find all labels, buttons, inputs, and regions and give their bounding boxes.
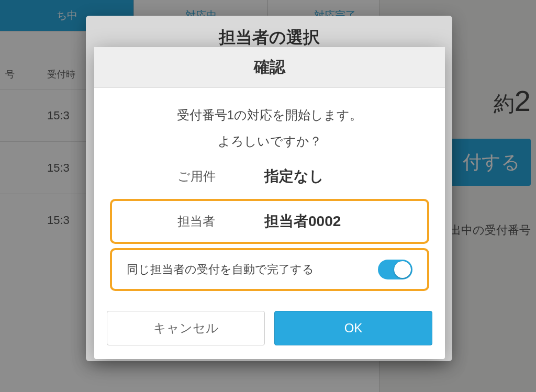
ok-button[interactable]: OK: [274, 311, 432, 345]
confirm-title: 確認: [94, 47, 445, 88]
confirm-message: 受付番号1の対応を開始します。 よろしいですか？: [110, 106, 429, 151]
assignee-row: 担当者 担当者0002: [117, 203, 422, 240]
assignee-highlight: 担当者 担当者0002: [110, 199, 429, 244]
cancel-button[interactable]: キャンセル: [107, 311, 265, 345]
confirm-message-line2: よろしいですか？: [110, 132, 429, 151]
business-value: 指定なし: [264, 166, 379, 186]
confirm-footer: キャンセル OK: [94, 300, 445, 359]
assignee-label: 担当者: [160, 213, 233, 230]
confirm-body: 受付番号1の対応を開始します。 よろしいですか？ ご用件 指定なし 担当者 担当…: [94, 88, 445, 300]
confirm-modal: 確認 受付番号1の対応を開始します。 よろしいですか？ ご用件 指定なし 担当者…: [94, 47, 445, 359]
business-row: ご用件 指定なし: [110, 158, 429, 195]
auto-complete-toggle[interactable]: [378, 260, 412, 279]
auto-complete-row: 同じ担当者の受付を自動で完了する: [117, 252, 422, 287]
auto-complete-label: 同じ担当者の受付を自動で完了する: [127, 262, 314, 277]
auto-complete-highlight: 同じ担当者の受付を自動で完了する: [110, 248, 429, 291]
assignee-value: 担当者0002: [264, 211, 379, 231]
business-label: ご用件: [160, 168, 233, 185]
toggle-knob: [394, 261, 411, 278]
confirm-message-line1: 受付番号1の対応を開始します。: [110, 106, 429, 125]
